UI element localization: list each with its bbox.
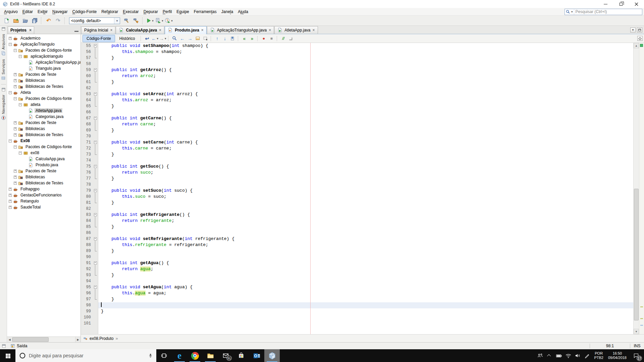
tab-list-dropdown-icon[interactable]: ▼ (630, 27, 636, 33)
expand-icon[interactable]: + (14, 170, 17, 173)
tree-item-atletaapp-java[interactable]: AtletaApp.java (7, 108, 80, 114)
close-button[interactable] (629, 0, 644, 8)
taskbar-app-chrome[interactable] (187, 349, 203, 362)
menu-executar[interactable]: Executar (120, 8, 141, 15)
editor-comment-button[interactable]: // (279, 35, 287, 42)
collapse-icon[interactable]: − (14, 49, 17, 52)
expand-icon[interactable]: + (14, 79, 17, 82)
tree-item-bibliotecas-de-testes[interactable]: +Bibliotecas de Testes (7, 83, 80, 89)
chevron-down-icon[interactable]: ▾ (162, 19, 163, 22)
chevron-down-icon[interactable]: ▾ (152, 19, 154, 22)
search-scope-dropdown-icon[interactable]: ▾ (571, 10, 573, 13)
menu-equipe[interactable]: Equipe (174, 8, 191, 15)
dock-group-icon[interactable] (1, 27, 6, 31)
editor-tab-calculaapp-java[interactable]: CalculaApp.java× (116, 26, 164, 34)
maximize-editor-icon[interactable] (637, 27, 642, 33)
expand-icon[interactable]: + (14, 85, 17, 88)
scroll-right-icon[interactable]: ▶ (75, 337, 80, 342)
fold-marker[interactable] (93, 176, 98, 182)
projects-hscrollbar[interactable]: ◀ ▶ (7, 337, 80, 342)
close-icon[interactable]: × (313, 28, 315, 32)
fold-marker[interactable] (93, 139, 98, 145)
fold-marker[interactable] (93, 97, 98, 103)
fold-marker[interactable] (93, 127, 98, 133)
fold-marker[interactable] (93, 236, 98, 242)
menu-arquivo[interactable]: Arquivo (2, 8, 20, 15)
fold-marker[interactable] (93, 200, 98, 206)
fold-gutter[interactable] (93, 230, 98, 236)
menu-refatorar[interactable]: Refatorar (99, 8, 120, 15)
editor-prev-bookmark-button[interactable]: ↑ (213, 35, 221, 42)
expand-icon[interactable]: + (14, 182, 17, 185)
collapse-icon[interactable]: − (14, 145, 17, 148)
menu-navegar[interactable]: Navegar (50, 8, 70, 15)
editor-toggle-bookmark-button[interactable] (229, 35, 236, 42)
chevron-down-icon[interactable]: ▾ (157, 37, 158, 40)
quick-search-input[interactable] (574, 9, 642, 14)
fold-gutter[interactable] (93, 61, 98, 67)
editor-tab-aplica-otrianguloapp-java[interactable]: AplicaçãoTrianguloApp.java× (207, 26, 274, 34)
pen-icon[interactable] (583, 349, 591, 362)
editor-shift-right-button[interactable]: » (248, 35, 256, 42)
fold-gutter[interactable] (93, 254, 98, 260)
close-icon[interactable]: × (201, 28, 204, 32)
breadcrumb-path[interactable]: ex08.Produto (90, 336, 113, 341)
tree-item-retangulo[interactable]: +Retangulo (7, 198, 80, 204)
menu-ferramentas[interactable]: Ferramentas (192, 8, 219, 15)
output-window-button[interactable]: Saída (8, 343, 30, 349)
taskbar-app-store[interactable] (233, 349, 249, 362)
taskbar-app-outlook[interactable] (249, 349, 264, 362)
toolbar-debug-button[interactable]: ▾ (155, 16, 164, 25)
taskbar-app-explorer[interactable] (203, 349, 218, 362)
scroll-down-icon[interactable]: ▼ (634, 329, 639, 334)
tree-item-pacotes-de-teste[interactable]: +Pacotes de Teste (7, 120, 80, 126)
action-center-button[interactable]: 17 (629, 349, 643, 362)
toolbar-new-project-button[interactable] (11, 16, 20, 25)
tree-item-atleta[interactable]: −Atleta (7, 89, 80, 96)
tree-item-academico[interactable]: +Academico (7, 35, 80, 41)
taskbar-search-input[interactable] (29, 353, 145, 358)
view-c-digo-fonte[interactable]: Código-Fonte (83, 35, 115, 42)
editor-last-edit-button[interactable]: ↩ (143, 35, 151, 42)
expand-icon[interactable]: + (9, 200, 12, 203)
editor-tab-atletaapp-java[interactable]: AtletaApp.java× (274, 26, 318, 34)
occurrence-mark[interactable] (640, 306, 643, 307)
tree-item-bibliotecas[interactable]: +Bibliotecas (7, 77, 80, 83)
close-icon[interactable]: × (269, 28, 271, 32)
error-stripe[interactable] (639, 43, 644, 334)
tree-item-bibliotecas[interactable]: +Bibliotecas (7, 126, 80, 132)
fold-marker[interactable] (93, 170, 98, 176)
expand-icon[interactable]: + (14, 133, 17, 136)
toolbar-new-file-button[interactable] (2, 16, 11, 25)
language-indicator[interactable]: POR PTB2 (592, 351, 605, 360)
toolbar-run-button[interactable]: ▾ (146, 16, 154, 25)
fold-gutter[interactable] (93, 109, 98, 115)
expand-icon[interactable]: + (14, 121, 17, 124)
fold-marker[interactable] (93, 266, 98, 272)
tree-item-ex08[interactable]: −Ex08 (7, 138, 80, 144)
tree-item-aplica-otriangulo[interactable]: −aplicaçãotriangulo (7, 53, 80, 59)
start-button[interactable] (0, 349, 15, 362)
tree-item-atleta[interactable]: −atleta (7, 102, 80, 108)
close-icon[interactable]: × (29, 28, 32, 32)
taskbar-app-task-view[interactable] (156, 349, 172, 362)
speaker-icon[interactable] (573, 349, 582, 362)
collapse-icon[interactable]: − (9, 43, 12, 46)
fold-marker[interactable] (93, 290, 98, 296)
menu-editar[interactable]: Editar (20, 8, 35, 15)
fold-gutter[interactable] (93, 206, 98, 212)
sidebar-item-arquivos[interactable]: Arquivos (1, 33, 6, 56)
menu-c-digo-fonte[interactable]: Código-Fonte (70, 8, 99, 15)
chevron-down-icon[interactable]: ▾ (171, 19, 173, 22)
fold-marker[interactable] (93, 164, 98, 170)
fold-gutter[interactable] (93, 158, 98, 164)
fold-marker[interactable] (93, 43, 98, 49)
dock-small-icon[interactable] (2, 344, 6, 348)
clock[interactable]: 16:50 09/04/2018 (606, 351, 629, 360)
fold-marker[interactable] (93, 103, 98, 109)
editor-next-bookmark-button[interactable]: ↓ (221, 35, 228, 42)
move-window-icon[interactable] (637, 36, 643, 41)
collapse-icon[interactable]: − (14, 97, 17, 100)
taskbar-app-mail[interactable]: 51 (218, 349, 233, 362)
collapse-icon[interactable]: − (9, 139, 12, 142)
